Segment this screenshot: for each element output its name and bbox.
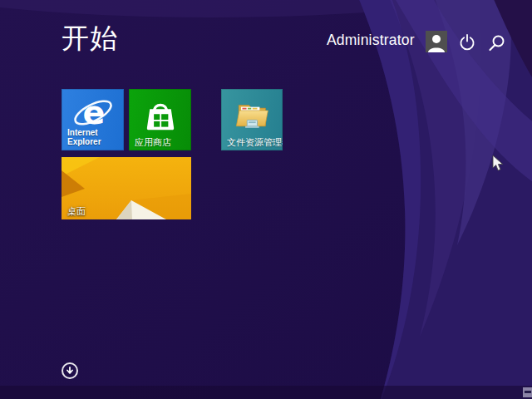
folder-icon [221, 89, 283, 140]
svg-text:e: e [82, 93, 105, 131]
apps-view-button[interactable] [62, 362, 78, 379]
user-silhouette-icon [426, 32, 447, 52]
search-button[interactable] [488, 34, 506, 52]
shopping-bag-icon [129, 89, 191, 140]
tile-label: Internet Explorer [67, 128, 101, 146]
page-title: 开始 [62, 20, 118, 57]
search-icon [488, 34, 505, 52]
power-button[interactable] [458, 33, 476, 52]
scrollbar-dash [525, 391, 531, 393]
tile-store[interactable]: 应用商店 [129, 89, 191, 150]
scrollbar-corner [523, 387, 532, 397]
power-icon [458, 33, 476, 52]
tile-file-explorer[interactable]: 文件资源管理器 [221, 89, 283, 150]
down-arrow-icon [66, 367, 74, 375]
tile-label: 桌面 [67, 206, 86, 216]
tile-desktop[interactable]: 桌面 [62, 157, 191, 219]
tile-internet-explorer[interactable]: e Internet Explorer [62, 89, 124, 150]
tile-label: 文件资源管理器 [227, 137, 283, 147]
user-name[interactable]: Administrator [327, 32, 415, 49]
tile-label: 应用商店 [135, 137, 171, 147]
user-avatar[interactable] [426, 31, 447, 52]
start-screen: 开始 Administrator e Internet Explorer [0, 0, 532, 399]
